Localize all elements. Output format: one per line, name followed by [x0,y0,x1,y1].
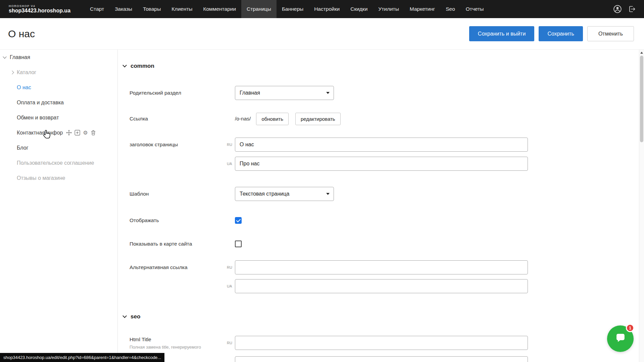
link-row: Ссылка /o-nas/ обновить редактировать [123,112,644,126]
section-seo-header[interactable]: seo [123,312,644,321]
template-select[interactable]: Текстовая страница [235,187,334,201]
page-header: О нас Сохранить и выйти Сохранить Отмени… [0,18,644,50]
nav-item-products[interactable]: Товары [138,0,166,18]
link-edit-button[interactable]: редактировать [295,113,341,125]
alt-link-ua-input[interactable] [235,279,528,293]
chat-launcher-button[interactable]: 1 [607,325,634,352]
app-window: HOROSHOP V4 shop34423.horoshop.ua Старт … [0,0,644,362]
lang-badge-ua: UA [227,284,235,288]
scrollbar-up-arrow-icon[interactable] [640,52,643,54]
html-title-label-block: Html Title Полная замена title, генериру… [130,337,227,350]
vertical-scrollbar[interactable] [639,50,644,362]
tree-item-label: Главная [10,54,30,60]
tree-item-glavnaya[interactable]: Главная [0,50,117,65]
lang-badge-ua: UA [227,162,235,166]
gear-icon[interactable]: ⚙ [83,130,88,136]
parent-section-select[interactable]: Главная [235,86,334,100]
nav-item-settings[interactable]: Настройки [309,0,345,18]
scrollbar-thumb[interactable] [640,56,643,142]
sitemap-checkbox[interactable] [235,241,242,247]
nav-item-reports[interactable]: Отчеты [460,0,489,18]
page-edit-form: common Родительский раздел Главная Ссылк… [118,50,644,362]
nav-item-pages[interactable]: Страницы [241,0,277,18]
link-path-value: /o-nas/ [235,116,251,122]
parent-section-row: Родительский раздел Главная [123,86,644,100]
select-value: Текстовая страница [240,191,289,197]
tree-item-otzyvy-o-magazine[interactable]: Отзывы о магазине [0,170,117,186]
nav-item-start[interactable]: Старт [85,0,109,18]
chevron-right-icon[interactable] [10,70,14,74]
tree-item-kontaktnaya-infor[interactable]: Контактная инфор ⚙ [0,125,117,140]
drag-move-icon[interactable] [66,130,72,136]
section-title: common [131,63,154,69]
nav-item-banners[interactable]: Баннеры [277,0,309,18]
tree-item-label: Каталог [17,69,36,75]
status-url-text: shop34423.horoshop.ua/edit/edit.php?id=6… [3,355,161,360]
tree-item-oplata-dostavka[interactable]: Оплата и доставка [0,95,117,110]
cancel-button[interactable]: Отменить [587,26,634,41]
tree-item-label: Отзывы о магазине [17,175,65,181]
template-label: Шаблон [130,191,235,197]
alt-link-ua-row: UA [123,279,644,293]
nav-item-marketing[interactable]: Маркетинг [404,0,440,18]
pages-tree-sidebar: Главная Каталог О нас Оплата и доставка … [0,50,118,362]
tree-item-katalog[interactable]: Каталог [0,65,117,80]
trash-icon[interactable] [91,130,96,136]
tree-item-o-nas[interactable]: О нас [0,80,117,95]
page-title: О нас [8,28,35,40]
page-title-ua-row: UA [123,157,644,171]
nav-item-seo[interactable]: Seo [440,0,460,18]
page-title-ua-input[interactable] [235,157,528,171]
add-page-icon[interactable] [75,130,80,136]
chevron-down-icon [122,63,127,67]
header-action-buttons: Сохранить и выйти Сохранить Отменить [469,26,634,41]
page-title-ru-row: заголовок страницы RU [123,138,644,152]
display-row: Отображать [123,213,644,227]
logout-icon[interactable] [628,5,636,13]
tree-item-label: Обмен и возврат [17,115,59,121]
link-refresh-button[interactable]: обновить [256,113,289,125]
navbar-right-icons [613,5,636,13]
html-title-ru-input[interactable] [235,336,528,350]
tree-item-polzovatelskoe-soglashenie[interactable]: Пользовательское соглашение [0,155,117,170]
page-title-ru-input[interactable] [235,138,528,152]
tree-item-blog[interactable]: Блог [0,140,117,155]
html-title-hint: Полная замена title, генерируемого [130,345,227,350]
chat-bubble-icon [614,332,627,346]
html-title-ua-input[interactable] [235,356,528,362]
alt-link-ru-input[interactable] [235,260,528,274]
section-title: seo [131,313,140,320]
nav-item-utilities[interactable]: Утилиты [373,0,404,18]
alt-link-label: Альтернативная ссылка [130,264,227,270]
tree-item-label: Пользовательское соглашение [17,160,94,166]
main-menu: Старт Заказы Товары Клиенты Комментарии … [85,0,489,18]
display-checkbox[interactable] [235,217,242,224]
parent-section-label: Родительский раздел [130,90,235,96]
nav-item-orders[interactable]: Заказы [109,0,138,18]
nav-item-discounts[interactable]: Скидки [345,0,373,18]
tree-item-obmen-vozvrat[interactable]: Обмен и возврат [0,110,117,125]
page-title-label: заголовок страницы [130,142,227,148]
save-button[interactable]: Сохранить [539,26,583,41]
template-row: Шаблон Текстовая страница [123,187,644,201]
lang-badge-ru: RU [227,341,235,345]
nav-item-clients[interactable]: Клиенты [166,0,198,18]
chevron-down-icon [122,314,127,318]
html-title-ru-row: Html Title Полная замена title, генериру… [123,336,644,350]
brand-logo[interactable]: HOROSHOP V4 shop34423.horoshop.ua [9,4,70,14]
select-caret-icon [326,193,330,195]
lang-badge-ru: RU [227,143,235,147]
save-and-exit-button[interactable]: Сохранить и выйти [469,26,535,41]
user-account-icon[interactable] [613,5,622,13]
section-common-header[interactable]: common [123,62,644,70]
tree-item-actions: ⚙ [66,130,96,136]
status-url-bar: shop34423.horoshop.ua/edit/edit.php?id=6… [0,353,164,362]
lang-badge-ru: RU [227,265,235,269]
chevron-down-icon[interactable] [3,55,6,58]
display-label: Отображать [130,217,235,223]
brand-domain: shop34423.horoshop.ua [9,8,70,14]
nav-item-comments[interactable]: Комментарии [198,0,241,18]
select-value: Главная [240,90,260,96]
link-label: Ссылка [130,116,235,122]
sitemap-label: Показывать в карте сайта [130,241,235,247]
